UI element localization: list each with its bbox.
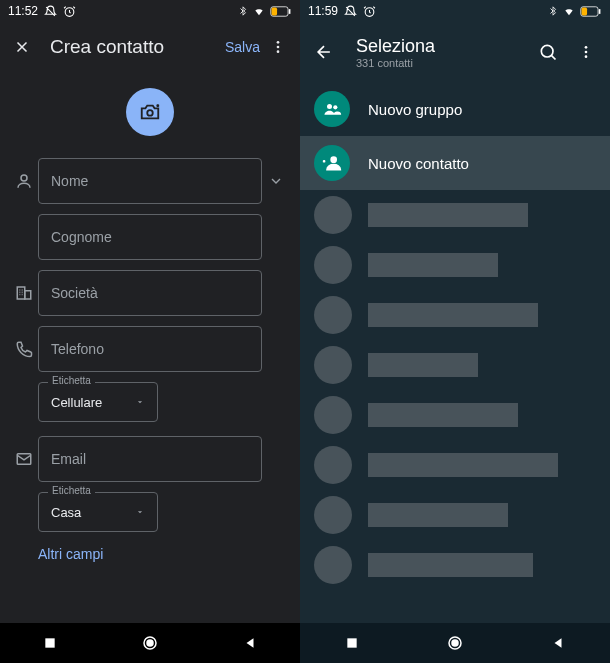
avatar <box>314 496 352 534</box>
contact-name-placeholder <box>368 253 498 277</box>
contact-form: Nome Cognome Società Telefono <box>0 158 300 562</box>
email-label-tag: Etichetta <box>48 485 95 496</box>
battery-icon <box>580 6 602 17</box>
list-item[interactable] <box>314 446 596 484</box>
more-menu-button[interactable] <box>266 35 290 59</box>
avatar <box>314 396 352 434</box>
svg-rect-9 <box>17 287 25 299</box>
contact-list <box>300 190 610 602</box>
add-person-icon <box>314 145 350 181</box>
avatar <box>314 296 352 334</box>
add-photo-button[interactable] <box>126 88 174 136</box>
create-contact-screen: 11:52 Crea contatto Salva Nome <box>0 0 300 663</box>
nav-recent-button[interactable] <box>342 633 362 653</box>
contact-name-placeholder <box>368 553 533 577</box>
svg-rect-17 <box>582 7 588 15</box>
svg-point-22 <box>585 55 588 58</box>
nav-back-button[interactable] <box>240 633 260 653</box>
nav-recent-button[interactable] <box>40 633 60 653</box>
company-input[interactable]: Società <box>38 270 262 316</box>
contact-name-placeholder <box>368 453 558 477</box>
avatar <box>314 346 352 384</box>
dnd-icon <box>44 5 57 18</box>
company-icon <box>10 284 38 302</box>
svg-point-6 <box>277 50 280 53</box>
more-fields-button[interactable]: Altri campi <box>38 546 290 562</box>
search-button[interactable] <box>536 40 560 64</box>
page-title: Crea contatto <box>50 36 225 58</box>
page-title: Seleziona <box>356 36 522 57</box>
expand-name-button[interactable] <box>262 173 290 189</box>
svg-point-20 <box>585 46 588 49</box>
dnd-icon <box>344 5 357 18</box>
phone-label-select[interactable]: Cellulare <box>38 382 158 422</box>
appbar-select: Seleziona 331 contatti <box>300 22 610 82</box>
svg-rect-10 <box>25 291 31 299</box>
wifi-icon <box>562 6 576 17</box>
contact-name-placeholder <box>368 303 538 327</box>
svg-point-25 <box>330 156 337 163</box>
close-button[interactable] <box>10 35 34 59</box>
back-button[interactable] <box>312 40 336 64</box>
name-input[interactable]: Nome <box>38 158 262 204</box>
surname-input[interactable]: Cognome <box>38 214 262 260</box>
email-label-select[interactable]: Casa <box>38 492 158 532</box>
status-bar-left: 11:52 <box>0 0 300 22</box>
nav-bar-right <box>300 623 610 663</box>
svg-rect-3 <box>289 9 291 14</box>
new-group-label: Nuovo gruppo <box>368 101 462 118</box>
more-menu-button[interactable] <box>574 40 598 64</box>
new-contact-label: Nuovo contatto <box>368 155 469 172</box>
nav-bar-left <box>0 623 300 663</box>
phone-icon <box>10 340 38 358</box>
list-item[interactable] <box>314 546 596 584</box>
list-item[interactable] <box>314 346 596 384</box>
svg-point-24 <box>333 105 337 109</box>
email-input[interactable]: Email <box>38 436 262 482</box>
list-item[interactable] <box>314 496 596 534</box>
list-item[interactable] <box>314 246 596 284</box>
alarm-icon <box>363 5 376 18</box>
svg-rect-12 <box>45 638 54 647</box>
page-subtitle: 331 contatti <box>356 57 522 69</box>
svg-point-23 <box>327 104 332 109</box>
status-time: 11:52 <box>8 4 38 18</box>
wifi-icon <box>252 6 266 17</box>
avatar <box>314 546 352 584</box>
appbar-create-contact: Crea contatto Salva <box>0 22 300 72</box>
new-contact-row[interactable]: Nuovo contatto <box>300 136 610 190</box>
phone-input[interactable]: Telefono <box>38 326 262 372</box>
nav-home-button[interactable] <box>140 633 160 653</box>
svg-point-28 <box>452 640 458 646</box>
alarm-icon <box>63 5 76 18</box>
svg-point-4 <box>277 41 280 44</box>
list-item[interactable] <box>314 296 596 334</box>
battery-icon <box>270 6 292 17</box>
status-time: 11:59 <box>308 4 338 18</box>
svg-rect-18 <box>599 9 601 14</box>
svg-point-5 <box>277 46 280 49</box>
avatar <box>314 196 352 234</box>
svg-point-8 <box>21 175 27 181</box>
svg-point-14 <box>147 640 153 646</box>
status-bar-right: 11:59 <box>300 0 610 22</box>
email-icon <box>10 450 38 468</box>
new-group-row[interactable]: Nuovo gruppo <box>300 82 610 136</box>
list-item[interactable] <box>314 196 596 234</box>
list-item[interactable] <box>314 396 596 434</box>
nav-back-button[interactable] <box>548 633 568 653</box>
save-button[interactable]: Salva <box>225 39 260 55</box>
group-icon <box>314 91 350 127</box>
contact-name-placeholder <box>368 503 508 527</box>
phone-label-tag: Etichetta <box>48 375 95 386</box>
bluetooth-icon <box>548 5 558 17</box>
svg-point-19 <box>541 45 553 57</box>
person-icon <box>10 172 38 190</box>
avatar <box>314 246 352 284</box>
svg-rect-26 <box>347 638 356 647</box>
svg-rect-2 <box>272 7 278 15</box>
nav-home-button[interactable] <box>445 633 465 653</box>
contact-name-placeholder <box>368 203 528 227</box>
svg-point-7 <box>147 110 153 116</box>
svg-point-21 <box>585 51 588 54</box>
